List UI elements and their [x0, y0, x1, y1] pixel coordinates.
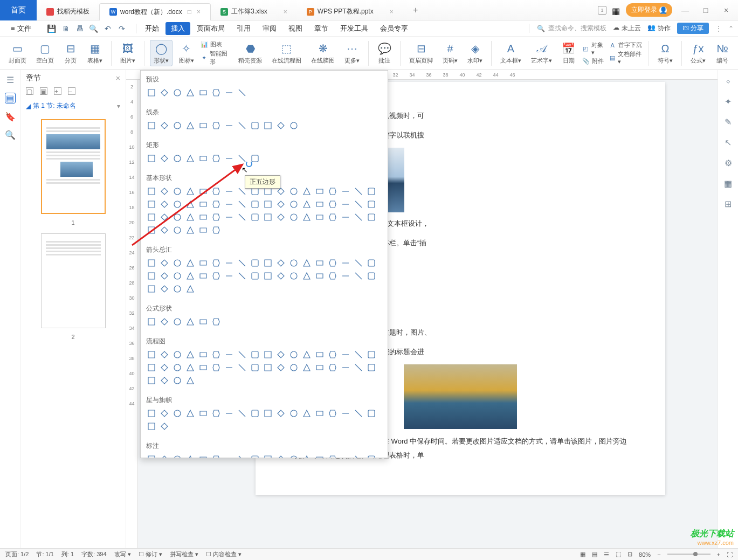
side-tool-collapse-icon[interactable]: ▢	[26, 87, 33, 95]
zoom-in-button[interactable]: +	[717, 551, 720, 558]
shape-cell[interactable]	[172, 120, 183, 131]
zoom-value[interactable]: 80%	[639, 551, 651, 558]
shape-cell[interactable]	[146, 271, 157, 281]
shape-cell[interactable]	[340, 258, 351, 268]
ribbon-flowchart[interactable]: ⬚在线流程图	[268, 40, 305, 66]
shape-cell[interactable]	[146, 212, 157, 223]
shape-cell[interactable]	[353, 212, 364, 223]
shape-cell[interactable]	[340, 186, 351, 197]
ribbon-textbox[interactable]: A文本框▾	[497, 40, 525, 66]
shape-cell[interactable]	[288, 199, 299, 210]
ribbon-header[interactable]: ⊟页眉页脚	[406, 40, 436, 66]
tab-pin-icon[interactable]: □	[188, 8, 191, 16]
shape-cell[interactable]	[185, 349, 196, 360]
shape-cell[interactable]	[263, 271, 273, 281]
shape-cell[interactable]	[353, 186, 364, 197]
shape-cell[interactable]	[340, 408, 351, 419]
tab-add-button[interactable]: +	[409, 3, 423, 17]
zoom-out-button[interactable]: −	[657, 551, 660, 558]
shape-cell[interactable]	[198, 454, 209, 458]
shape-cell[interactable]	[172, 153, 183, 164]
diamond-icon[interactable]: ⬦	[723, 75, 734, 86]
window-minimize-button[interactable]: —	[678, 3, 693, 18]
shape-cell[interactable]	[301, 186, 312, 197]
ribbon-docparts[interactable]: ▤文档部件▾	[609, 50, 643, 65]
shape-cell[interactable]	[327, 454, 338, 458]
tab-templates[interactable]: 找稻壳模板	[37, 3, 99, 20]
shape-cell[interactable]	[263, 258, 273, 268]
shape-cell[interactable]	[224, 454, 234, 458]
side-tool-del-icon[interactable]: –	[68, 87, 75, 95]
share-button[interactable]: ⮹ 分享	[677, 23, 709, 34]
shape-cell[interactable]	[159, 284, 170, 294]
menu-页面布局[interactable]: 页面布局	[191, 22, 230, 35]
shape-cell[interactable]	[159, 199, 170, 210]
print-preview-icon[interactable]: 🔍	[89, 24, 98, 33]
ribbon-equation[interactable]: ƒx公式▾	[687, 40, 709, 66]
tab-word-doc[interactable]: W word教程（新）.docx □ ×	[99, 3, 211, 20]
shape-cell[interactable]	[314, 212, 325, 223]
shape-cell[interactable]	[159, 153, 170, 164]
shape-cell[interactable]	[288, 271, 299, 281]
ribbon-shapes[interactable]: ◯形状▾	[150, 40, 173, 66]
ribbon-wordart[interactable]: 𝒜艺术字▾	[528, 40, 555, 66]
shape-cell[interactable]	[224, 120, 234, 131]
shape-cell[interactable]	[340, 362, 351, 373]
shape-cell[interactable]	[263, 120, 273, 131]
shape-cell[interactable]	[159, 225, 170, 236]
status-words[interactable]: 字数: 394	[81, 550, 106, 558]
shape-cell[interactable]	[211, 349, 222, 360]
shape-cell[interactable]	[327, 258, 338, 268]
shape-cell[interactable]	[146, 362, 157, 373]
document-image[interactable]	[404, 364, 517, 429]
shape-cell[interactable]	[159, 408, 170, 419]
shape-cell[interactable]	[146, 421, 157, 432]
menu-引用[interactable]: 引用	[231, 22, 256, 35]
shape-cell[interactable]	[250, 349, 260, 360]
menu-审阅[interactable]: 审阅	[257, 22, 282, 35]
shape-cell[interactable]	[288, 212, 299, 223]
side-tool-expand-icon[interactable]: ▣	[40, 87, 47, 95]
side-close-icon[interactable]: ×	[116, 74, 120, 82]
shape-cell[interactable]	[237, 212, 247, 223]
shape-cell[interactable]	[159, 375, 170, 386]
shape-cell[interactable]	[353, 349, 364, 360]
shape-cell[interactable]	[159, 271, 170, 281]
shape-cell[interactable]	[224, 87, 234, 98]
shape-cell[interactable]	[250, 362, 260, 373]
shape-cell[interactable]	[224, 258, 234, 268]
bookmark-icon[interactable]: 🔖	[5, 111, 16, 122]
shape-cell[interactable]	[172, 375, 183, 386]
shape-cell[interactable]	[237, 349, 247, 360]
shape-cell[interactable]	[353, 258, 364, 268]
shape-cell[interactable]	[237, 362, 247, 373]
shape-cell[interactable]	[211, 199, 222, 210]
tab-xlsx[interactable]: S 工作簿3.xlsx ×	[211, 3, 297, 20]
shape-cell[interactable]	[146, 284, 157, 294]
shape-cell[interactable]	[172, 87, 183, 98]
shape-cell[interactable]	[314, 271, 325, 281]
status-section[interactable]: 节: 1/1	[36, 550, 53, 558]
shape-cell[interactable]	[185, 199, 196, 210]
ribbon-table[interactable]: ▦表格▾	[84, 40, 106, 66]
sections-icon[interactable]: ▤	[5, 93, 16, 103]
shape-cell[interactable]	[340, 349, 351, 360]
shape-cell[interactable]	[301, 362, 312, 373]
shape-cell[interactable]	[224, 186, 234, 197]
shape-cell[interactable]	[211, 120, 222, 131]
section-item[interactable]: ◢ 第 1 节: 未命名 ▾	[20, 98, 126, 114]
shape-cell[interactable]	[275, 199, 286, 210]
settings-icon[interactable]: ⚙	[723, 157, 734, 168]
shape-cell[interactable]	[172, 212, 183, 223]
shape-cell[interactable]	[366, 408, 377, 419]
shape-cell[interactable]	[211, 408, 222, 419]
shape-cell[interactable]	[198, 120, 209, 131]
shape-cell[interactable]	[263, 199, 273, 210]
ribbon-image[interactable]: 🖼图片▾	[117, 40, 139, 66]
ribbon-numbering[interactable]: №编号	[712, 40, 733, 66]
shape-cell[interactable]	[353, 454, 364, 458]
shape-cell[interactable]	[198, 316, 209, 327]
save-icon[interactable]: 💾	[47, 24, 56, 33]
window-maximize-button[interactable]: □	[698, 3, 713, 18]
shape-cell[interactable]	[224, 408, 234, 419]
